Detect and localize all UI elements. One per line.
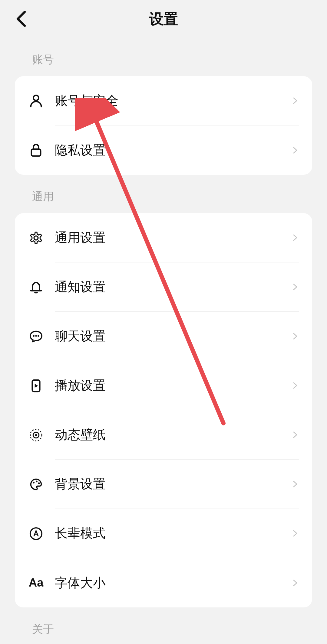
row-label: 长辈模式 xyxy=(55,525,292,542)
section-general: 通用设置 通知设置 xyxy=(15,213,312,607)
row-elder-mode[interactable]: 长辈模式 xyxy=(15,509,312,558)
svg-point-7 xyxy=(38,335,39,337)
row-label: 动态壁纸 xyxy=(55,426,292,443)
chevron-right-icon xyxy=(292,97,299,104)
palette-icon xyxy=(28,477,44,491)
svg-point-14 xyxy=(36,481,38,482)
row-label: 播放设置 xyxy=(55,377,292,394)
svg-point-15 xyxy=(38,482,40,484)
section-account: 账号与安全 隐私设置 xyxy=(15,76,312,175)
row-background[interactable]: 背景设置 xyxy=(15,460,312,509)
row-font-size[interactable]: Aa 字体大小 xyxy=(15,558,312,607)
row-notifications[interactable]: 通知设置 xyxy=(15,262,312,312)
svg-point-13 xyxy=(33,482,35,483)
section-label-account: 账号 xyxy=(0,38,327,76)
lock-icon xyxy=(28,143,44,157)
circle-a-icon xyxy=(28,527,44,541)
svg-point-2 xyxy=(34,236,38,240)
svg-point-6 xyxy=(35,335,37,337)
chevron-right-icon xyxy=(292,579,299,587)
svg-rect-1 xyxy=(31,149,41,156)
wallpaper-icon xyxy=(28,428,44,442)
section-label-about: 关于 xyxy=(0,607,327,637)
row-label: 通知设置 xyxy=(55,278,292,295)
row-playback[interactable]: 播放设置 xyxy=(15,361,312,410)
chevron-right-icon xyxy=(292,234,299,241)
back-button[interactable] xyxy=(13,11,29,27)
gear-icon xyxy=(28,231,44,245)
row-wallpaper[interactable]: 动态壁纸 xyxy=(15,410,312,460)
section-label-general: 通用 xyxy=(0,175,327,213)
person-icon xyxy=(28,94,44,108)
svg-marker-9 xyxy=(35,384,38,388)
chevron-right-icon xyxy=(292,283,299,291)
chevron-right-icon xyxy=(292,382,299,389)
svg-point-5 xyxy=(33,335,35,337)
play-device-icon xyxy=(28,379,44,393)
row-chat[interactable]: 聊天设置 xyxy=(15,312,312,361)
row-label: 聊天设置 xyxy=(55,328,292,345)
row-general-settings[interactable]: 通用设置 xyxy=(15,213,312,262)
row-account-security[interactable]: 账号与安全 xyxy=(15,76,312,125)
row-label: 背景设置 xyxy=(55,476,292,493)
chat-icon xyxy=(28,330,44,343)
row-label: 通用设置 xyxy=(55,229,292,246)
svg-point-16 xyxy=(30,528,42,539)
chevron-right-icon xyxy=(292,333,299,340)
page-title: 设置 xyxy=(149,9,178,29)
row-label: 账号与安全 xyxy=(55,92,292,109)
chevron-right-icon xyxy=(292,530,299,537)
row-label: 隐私设置 xyxy=(55,142,292,159)
chevron-right-icon xyxy=(292,480,299,488)
row-label: 字体大小 xyxy=(55,574,292,591)
chevron-right-icon xyxy=(292,147,299,154)
row-privacy[interactable]: 隐私设置 xyxy=(15,125,312,175)
bell-icon xyxy=(28,280,44,294)
svg-point-12 xyxy=(35,434,37,436)
page-header: 设置 xyxy=(0,0,327,38)
chevron-right-icon xyxy=(292,431,299,438)
font-aa-icon: Aa xyxy=(28,576,44,589)
chevron-left-icon xyxy=(16,11,27,27)
svg-point-0 xyxy=(33,95,38,100)
